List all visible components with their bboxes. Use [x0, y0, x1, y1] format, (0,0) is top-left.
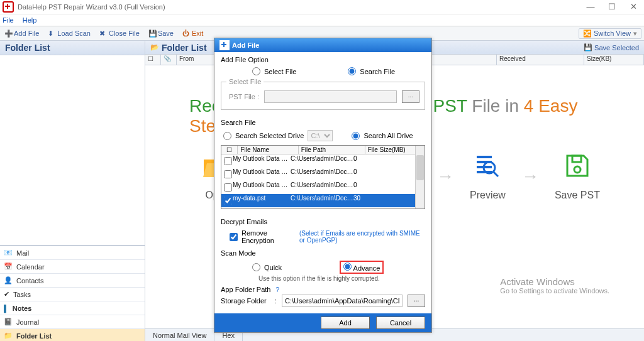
browse-storage-button[interactable]: ...	[408, 295, 425, 307]
tasks-icon: ✔	[4, 290, 9, 298]
save-selected-button[interactable]: 💾Save Selected	[584, 43, 639, 51]
scan-mode-label: Scan Mode	[221, 246, 425, 259]
select-file-fieldset: Select File PST File : ...	[221, 78, 425, 110]
tab-normal[interactable]: Normal Mail View	[145, 329, 214, 341]
drive-select: C:\	[308, 130, 333, 141]
app-folder-help-icon[interactable]: ?	[276, 286, 280, 293]
nav-mail[interactable]: 📧Mail	[0, 246, 145, 260]
step-save: Save PST	[555, 152, 600, 201]
folder-tree[interactable]	[0, 55, 145, 246]
storage-folder-input[interactable]	[282, 295, 402, 307]
advance-highlight: Advance	[340, 261, 384, 274]
file-results-table: ☐ File Name File Path File Size(MB) My O…	[221, 145, 425, 209]
save-icon: 💾	[148, 30, 156, 37]
nav-journal[interactable]: 📓Journal	[0, 315, 145, 329]
preview-icon	[475, 153, 500, 178]
load-scan-button[interactable]: ⬇Load Scan	[43, 26, 95, 40]
menu-bar: File Help	[0, 14, 644, 26]
dialog-footer: Add Cancel	[214, 313, 431, 332]
table-row[interactable]: my-data.pstC:\Users\admin\Docume...30	[221, 194, 425, 207]
menu-file[interactable]: File	[3, 16, 14, 24]
svg-point-13	[574, 166, 580, 173]
close-file-button[interactable]: ✖Close File	[95, 26, 144, 40]
select-file-radio[interactable]	[252, 67, 260, 75]
search-file-label: Search File	[221, 115, 425, 129]
nav-notes[interactable]: ▌Notes	[0, 301, 145, 315]
pst-file-input	[264, 90, 397, 103]
navigation-list: 📧Mail 📅Calendar 👤Contacts ✔Tasks ▌Notes …	[0, 246, 145, 341]
cancel-button[interactable]: Cancel	[376, 317, 425, 329]
switch-icon: 🔀	[583, 30, 592, 38]
window-title: DataHelp PST Repair Wizard v3.0 (Full Ve…	[18, 3, 165, 11]
storage-folder-label: Storage Folder	[221, 297, 270, 305]
col-size[interactable]: Size(KB)	[584, 55, 644, 65]
scan-advance-radio[interactable]	[343, 263, 352, 271]
minimize-button[interactable]: —	[580, 0, 601, 14]
row-checkbox[interactable]	[224, 183, 232, 192]
table-row[interactable]: My Outlook Data File(1).pstC:\Users\admi…	[221, 154, 425, 168]
search-all-drive-radio[interactable]	[352, 132, 360, 140]
chevron-down-icon: ▾	[633, 30, 637, 38]
save-disk-icon	[565, 153, 590, 178]
nav-calendar[interactable]: 📅Calendar	[0, 260, 145, 274]
close-window-button[interactable]: ✕	[623, 0, 644, 14]
maximize-button[interactable]: ☐	[601, 0, 623, 14]
svg-rect-6	[477, 156, 492, 158]
app-folder-path-label: App Folder Path	[221, 286, 271, 293]
title-bar: DataHelp PST Repair Wizard v3.0 (Full Ve…	[0, 0, 644, 14]
remove-encryption-checkbox[interactable]	[230, 233, 238, 241]
table-row[interactable]: My Outlook Data File(23)...C:\Users\admi…	[221, 181, 425, 194]
search-selected-drive-radio[interactable]	[223, 132, 231, 140]
browse-pst-button[interactable]: ...	[402, 90, 419, 103]
exit-button[interactable]: ⏻Exit	[178, 26, 208, 40]
contacts-icon: 👤	[4, 276, 13, 284]
switch-view-button[interactable]: 🔀Switch View▾	[579, 28, 641, 39]
exit-icon: ⏻	[182, 30, 190, 37]
row-checkbox[interactable]	[224, 170, 232, 178]
svg-rect-12	[572, 156, 581, 162]
dialog-title-bar: Add File	[214, 38, 431, 52]
add-file-dialog: Add File Add File Option Select File Sea…	[214, 38, 432, 333]
close-file-icon: ✖	[99, 30, 107, 37]
add-file-option-label: Add File Option	[221, 52, 425, 66]
add-file-button[interactable]: ➕Add File	[0, 26, 43, 40]
nav-folder-list[interactable]: 📁Folder List	[0, 329, 145, 341]
arrow-icon: →	[436, 166, 454, 187]
app-icon	[3, 1, 14, 13]
decrypt-label: Decrypt Emails	[221, 214, 425, 228]
table-row[interactable]: Outlook Data File - a1.pstC:\Users\admin…	[221, 207, 425, 209]
nav-contacts[interactable]: 👤Contacts	[0, 274, 145, 288]
menu-help[interactable]: Help	[23, 16, 37, 24]
activate-windows-watermark: Activate Windows Go to Settings to activ…	[500, 276, 609, 295]
journal-icon: 📓	[4, 318, 13, 326]
save-icon: 💾	[584, 43, 592, 51]
add-button[interactable]: Add	[321, 317, 370, 329]
row-checkbox[interactable]	[224, 157, 232, 165]
scan-quick-radio[interactable]	[252, 263, 260, 271]
arrow-icon: →	[521, 166, 539, 187]
save-button[interactable]: 💾Save	[144, 26, 178, 40]
step-preview: Preview	[470, 152, 506, 201]
left-pane: Folder List 📧Mail 📅Calendar 👤Contacts ✔T…	[0, 41, 145, 341]
search-file-radio[interactable]	[348, 67, 356, 75]
col-received[interactable]: Received	[497, 55, 584, 65]
folder-list-header: Folder List	[0, 41, 145, 55]
folder-open-icon: 📂	[150, 43, 159, 51]
mail-icon: 📧	[4, 249, 13, 257]
plus-icon: ➕	[4, 30, 12, 37]
folder-icon: 📁	[4, 332, 13, 340]
plus-icon	[219, 40, 230, 50]
download-icon: ⬇	[48, 30, 55, 37]
row-checkbox[interactable]	[224, 197, 232, 205]
select-all-checkbox[interactable]: ☐	[221, 146, 238, 154]
table-row[interactable]: My Outlook Data File(2).pstC:\Users\admi…	[221, 168, 425, 181]
table-scrollbar[interactable]	[415, 146, 425, 208]
svg-line-11	[493, 171, 498, 176]
nav-tasks[interactable]: ✔Tasks	[0, 288, 145, 301]
notes-icon: ▌	[4, 305, 9, 312]
calendar-icon: 📅	[4, 263, 13, 271]
